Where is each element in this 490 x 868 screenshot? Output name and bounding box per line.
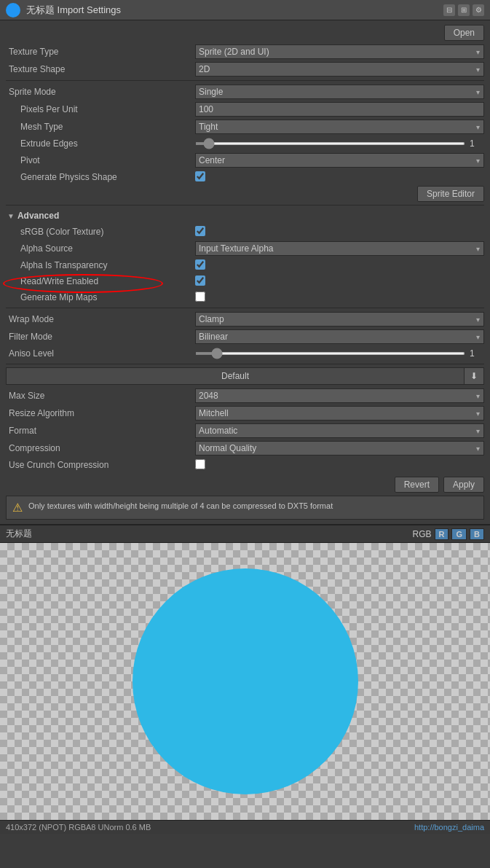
crunch-compression-row: Use Crunch Compression [6,458,484,472]
resize-algorithm-dropdown[interactable]: Mitchell [195,406,484,421]
alpha-source-control: Input Texture Alpha [195,241,484,256]
window-title: 无标题 Import Settings [26,4,443,17]
alpha-transparency-control [195,259,484,272]
pivot-control: Center [195,153,484,168]
apply-button[interactable]: Apply [443,477,484,493]
generate-physics-checkbox[interactable] [195,171,205,181]
format-dropdown[interactable]: Automatic [195,423,484,438]
mesh-type-label: Mesh Type [6,122,195,132]
format-row: Format Automatic [6,423,484,439]
advanced-arrow-icon: ▼ [7,212,15,220]
extrude-edges-control: 1 [195,138,484,149]
mesh-type-dropdown[interactable]: Tight [195,120,484,134]
aniso-level-value: 1 [470,348,484,359]
pixels-per-unit-control [195,102,484,117]
mip-maps-label: Generate Mip Maps [6,292,195,302]
read-write-checkbox[interactable] [195,275,205,286]
aniso-level-slider[interactable] [195,352,465,355]
title-bar-icons: ⊟ ⊞ ⚙ [443,4,484,16]
settings-icon[interactable]: ⚙ [473,4,484,16]
resize-algorithm-control: Mitchell [195,406,484,421]
warning-bar: ⚠ Only textures with width/height being … [6,496,484,520]
alpha-source-label: Alpha Source [6,243,195,254]
sprite-mode-dropdown[interactable]: Single [195,85,484,99]
mip-maps-row: Generate Mip Maps [6,290,484,305]
mesh-type-row: Mesh Type Tight [6,119,484,135]
sprite-preview-circle [133,568,358,794]
minimize-icon[interactable]: ⊟ [443,4,455,16]
status-bar: 410x372 (NPOT) RGBA8 UNorm 0.6 MB http:/… [0,820,490,834]
resize-algorithm-label: Resize Algorithm [6,408,195,418]
mip-maps-checkbox[interactable] [195,292,205,302]
crunch-compression-checkbox[interactable] [195,459,205,469]
r-button[interactable]: R [435,528,449,540]
texture-shape-label: Texture Shape [6,64,195,74]
warning-text: Only textures with width/height being mu… [28,501,333,512]
read-write-label: Read/Write Enabled [6,276,195,286]
extrude-edges-label: Extrude Edges [6,138,195,149]
compression-control: Normal Quality [195,441,484,455]
srgb-row: sRGB (Color Texture) [6,224,484,239]
default-label: Default [7,371,464,381]
wrap-mode-row: Wrap Mode Clamp [6,311,484,327]
texture-type-label: Texture Type [6,47,195,57]
filter-mode-dropdown[interactable]: Bilinear [195,329,484,344]
pixels-per-unit-row: Pixels Per Unit [6,101,484,117]
sprite-mode-label: Sprite Mode [6,87,195,97]
status-link[interactable]: http://bongzi_daima [414,823,484,832]
generate-physics-control [195,171,484,184]
pivot-dropdown[interactable]: Center [195,153,484,168]
compression-dropdown[interactable]: Normal Quality [195,441,484,455]
pixels-per-unit-input[interactable] [195,102,484,117]
read-write-row: Read/Write Enabled [6,274,484,289]
title-bar: 无标题 Import Settings ⊟ ⊞ ⚙ [0,0,490,20]
compression-label: Compression [6,443,195,453]
g-button[interactable]: G [451,528,467,540]
filter-mode-row: Filter Mode Bilinear [6,329,484,345]
download-icon[interactable]: ⬇ [464,368,483,384]
format-control: Automatic [195,423,484,438]
mip-maps-control [195,292,484,304]
sprite-editor-button[interactable]: Sprite Editor [417,186,484,202]
wrap-mode-dropdown[interactable]: Clamp [195,312,484,327]
alpha-source-dropdown[interactable]: Input Texture Alpha [195,241,484,256]
filter-mode-control: Bilinear [195,329,484,344]
advanced-section-title: Advanced [17,211,59,221]
alpha-transparency-checkbox[interactable] [195,259,205,270]
maximize-icon[interactable]: ⊞ [458,4,470,16]
open-button[interactable]: Open [444,25,484,41]
generate-physics-label: Generate Physics Shape [6,172,195,182]
sprite-mode-control: Single [195,85,484,99]
revert-button[interactable]: Revert [395,477,439,493]
srgb-control [195,226,484,238]
texture-type-row: Texture Type Sprite (2D and UI) [6,44,484,60]
aniso-level-row: Aniso Level 1 [6,346,484,361]
texture-shape-dropdown[interactable]: 2D [195,62,484,77]
texture-shape-row: Texture Shape 2D [6,61,484,77]
srgb-checkbox[interactable] [195,226,205,236]
pivot-label: Pivot [6,155,195,165]
warning-icon: ⚠ [12,501,23,515]
read-write-control [195,275,484,288]
alpha-transparency-row: Alpha Is Transparency [6,258,484,273]
crunch-compression-control [195,459,484,472]
aniso-level-label: Aniso Level [6,348,195,359]
max-size-dropdown[interactable]: 2048 [195,388,484,403]
srgb-label: sRGB (Color Texture) [6,227,195,237]
pixels-per-unit-label: Pixels Per Unit [6,104,195,114]
filter-mode-label: Filter Mode [6,332,195,342]
crunch-compression-label: Use Crunch Compression [6,460,195,470]
status-text: 410x372 (NPOT) RGBA8 UNorm 0.6 MB [6,823,151,832]
default-row: Default ⬇ [6,367,484,385]
advanced-section-header[interactable]: ▼ Advanced [6,208,484,223]
bottom-buttons: Revert Apply [6,477,484,493]
b-button[interactable]: B [470,528,484,540]
max-size-row: Max Size 2048 [6,388,484,404]
mesh-type-control: Tight [195,120,484,134]
extrude-edges-slider[interactable] [195,142,465,145]
format-label: Format [6,426,195,436]
import-settings-panel: Open Texture Type Sprite (2D and UI) Tex… [0,20,490,524]
wrap-mode-control: Clamp [195,312,484,327]
texture-type-control: Sprite (2D and UI) [195,44,484,59]
texture-type-dropdown[interactable]: Sprite (2D and UI) [195,44,484,59]
